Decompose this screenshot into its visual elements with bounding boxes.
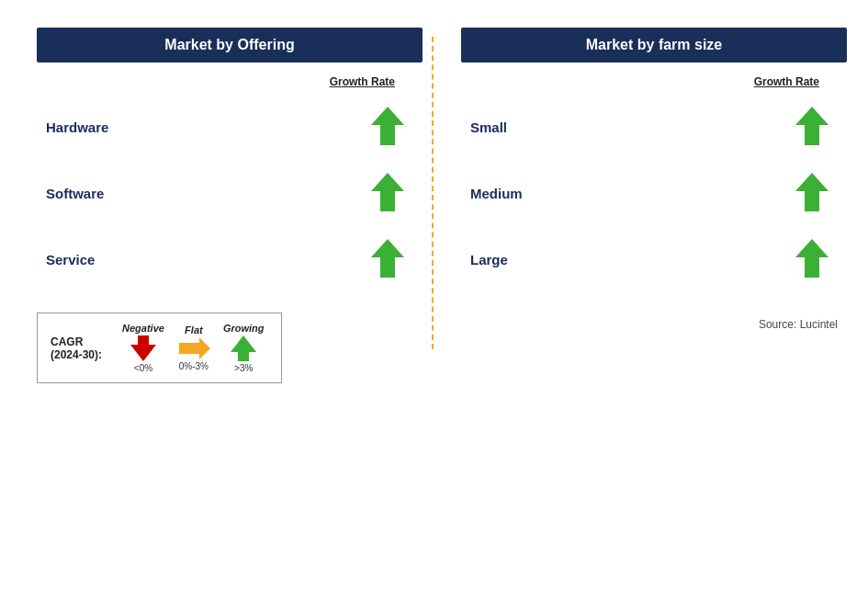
cagr-period: (2024-30): bbox=[51, 348, 102, 361]
left-item-software: Software bbox=[37, 162, 423, 224]
svg-marker-1 bbox=[371, 173, 404, 211]
right-growth-rate-label: Growth Rate bbox=[754, 75, 819, 88]
left-item-hardware: Hardware bbox=[37, 96, 423, 158]
svg-marker-2 bbox=[371, 239, 404, 278]
svg-marker-7 bbox=[795, 173, 829, 211]
flat-range: 0%-3% bbox=[179, 361, 209, 371]
right-panel-header: Market by farm size bbox=[461, 28, 847, 63]
right-panel: Market by farm size Growth Rate Small Me… bbox=[461, 28, 847, 563]
negative-range: <0% bbox=[134, 363, 152, 373]
flat-arrow-icon bbox=[177, 335, 210, 361]
right-item-medium: Medium bbox=[461, 162, 847, 224]
source-text: Source: Lucintel bbox=[461, 318, 847, 331]
left-panel: Market by Offering Growth Rate Hardware … bbox=[37, 28, 423, 563]
hardware-label: Hardware bbox=[46, 119, 108, 135]
software-arrow bbox=[371, 171, 404, 215]
left-growth-rate-label: Growth Rate bbox=[330, 75, 395, 88]
medium-label: Medium bbox=[470, 186, 523, 201]
small-arrow bbox=[795, 105, 829, 149]
right-item-large: Large bbox=[461, 228, 847, 290]
small-label: Small bbox=[470, 119, 507, 135]
right-item-small: Small bbox=[461, 96, 847, 158]
legend-growing: Growing >3% bbox=[223, 323, 265, 373]
medium-arrow bbox=[795, 171, 829, 215]
growing-arrow-icon bbox=[231, 334, 256, 363]
svg-marker-3 bbox=[130, 335, 156, 361]
software-label: Software bbox=[46, 186, 104, 201]
legend-flat: Flat 0%-3% bbox=[177, 324, 210, 371]
left-item-service: Service bbox=[37, 228, 423, 290]
cagr-label: CAGR bbox=[51, 335, 83, 348]
svg-marker-0 bbox=[371, 107, 404, 145]
svg-marker-6 bbox=[795, 107, 829, 145]
flat-label: Flat bbox=[185, 324, 203, 335]
negative-arrow-icon bbox=[130, 334, 156, 363]
growing-range: >3% bbox=[234, 363, 253, 373]
legend-box: CAGR (2024-30): Negative <0% Flat 0%-3% bbox=[37, 313, 282, 383]
negative-label: Negative bbox=[122, 323, 164, 334]
left-panel-header: Market by Offering bbox=[37, 28, 423, 63]
svg-marker-8 bbox=[795, 239, 829, 278]
large-label: Large bbox=[470, 252, 508, 267]
svg-marker-5 bbox=[231, 335, 256, 361]
large-arrow bbox=[795, 237, 829, 281]
panel-divider bbox=[432, 37, 434, 349]
legend-negative: Negative <0% bbox=[122, 323, 164, 373]
service-arrow bbox=[371, 237, 404, 281]
hardware-arrow bbox=[371, 105, 404, 149]
svg-marker-4 bbox=[179, 337, 210, 359]
service-label: Service bbox=[46, 252, 95, 267]
growing-label: Growing bbox=[223, 323, 265, 334]
